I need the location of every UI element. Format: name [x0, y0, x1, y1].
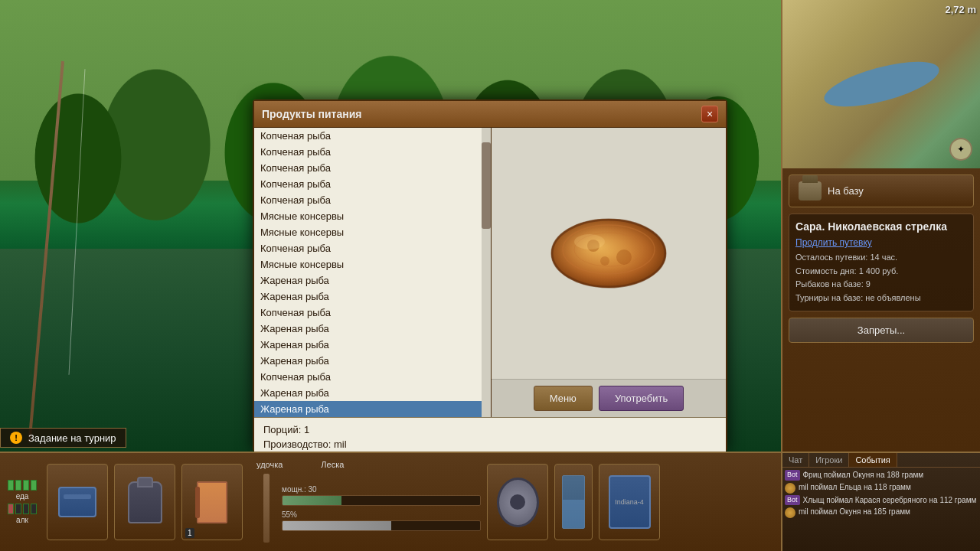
backpack-visual [128, 481, 162, 523]
list-item-6[interactable]: Мясные консервы [254, 224, 491, 240]
bottom-toolbar: еда алк 1 удочка [0, 452, 781, 551]
list-item-8[interactable]: Мясные консервы [254, 256, 491, 272]
chat-messages: Bot Фриц поймал Окуня на 188 грамм mil п… [782, 468, 980, 551]
list-item-1[interactable]: Копченая рыба [254, 144, 491, 160]
backpack-slot[interactable] [114, 464, 175, 540]
extend-permit-link[interactable]: Продлить путевку [795, 237, 967, 248]
mini-map[interactable]: ✦ 2,72 m [782, 0, 980, 168]
backpack-icon [124, 478, 166, 527]
fried-fish-svg [540, 200, 678, 307]
use-button[interactable]: Употребить [599, 386, 684, 411]
chat-tabs: Чат Игроки События [782, 453, 980, 468]
fishing-section-labels: удочка Леска [256, 460, 481, 469]
svg-point-7 [574, 234, 605, 249]
list-item-5[interactable]: Мясные консервы [254, 208, 491, 224]
map-river [820, 53, 943, 116]
menu-button[interactable]: Меню [534, 386, 593, 411]
chat-text-0: Фриц поймал Окуня на 188 грамм [803, 470, 924, 480]
lure-icon: Indiana-4 [609, 478, 651, 527]
chat-panel: Чат Игроки События Bot Фриц поймал Окуня… [781, 452, 980, 551]
power-label: мощн.: 30 [282, 485, 481, 494]
food-bar-3 [23, 480, 29, 491]
tab-players[interactable]: Игроки [809, 453, 849, 467]
list-item-7[interactable]: Копченая рыба [254, 240, 491, 256]
task-icon: ! [10, 432, 22, 444]
rod-label: удочка [256, 460, 283, 469]
line-fill [283, 521, 391, 530]
list-item-3[interactable]: Копченая рыба [254, 176, 491, 192]
location-info: Сара. Николаевская стрелка Продлить путе… [789, 214, 974, 311]
dialog-title-bar: Продукты питания × [254, 101, 726, 128]
list-item-13[interactable]: Жареная рыба [254, 337, 491, 353]
food-bar-2 [15, 480, 21, 491]
permit-info: Осталось путевки: 14 час. [795, 251, 967, 265]
percent-label: 55% [282, 510, 481, 519]
bot-badge-2: Bot [785, 495, 800, 506]
list-item-12[interactable]: Жареная рыба [254, 321, 491, 337]
item-list[interactable]: Копченая рыбаКопченая рыбаКопченая рыбаК… [254, 128, 491, 417]
svg-point-5 [616, 249, 632, 265]
list-item-14[interactable]: Жареная рыба [254, 353, 491, 369]
list-item-10[interactable]: Жареная рыба [254, 289, 491, 305]
tackle-box-slot[interactable] [47, 464, 108, 540]
right-panel-info: На базу Сара. Николаевская стрелка Продл… [782, 168, 980, 452]
chat-text-3: mil поймал Окуня на 185 грамм [799, 507, 910, 517]
food-label: еда [16, 492, 29, 500]
food-dialog: Продукты питания × Копченая рыбаКопченая… [253, 99, 727, 452]
power-progress [282, 495, 481, 506]
portions-info: Порций: 1 [263, 424, 717, 435]
list-item-11[interactable]: Копченая рыба [254, 305, 491, 321]
list-item-2[interactable]: Копченая рыба [254, 160, 491, 176]
lure-label: Indiana-4 [615, 498, 644, 506]
reel-icon [497, 478, 539, 527]
alc-bar-1 [8, 504, 14, 514]
rod-item [263, 474, 270, 543]
house-icon [799, 181, 822, 201]
chat-message-3: mil поймал Окуня на 185 грамм [785, 507, 978, 518]
list-item-16[interactable]: Жареная рыба [254, 385, 491, 401]
lure-slot[interactable]: Indiana-4 [599, 464, 660, 540]
dialog-close-button[interactable]: × [701, 106, 718, 122]
task-label: Задание на турнир [28, 432, 116, 444]
alc-label: алк [16, 516, 28, 524]
tab-events[interactable]: События [849, 453, 897, 467]
chat-message-0: Bot Фриц поймал Окуня на 188 грамм [785, 470, 978, 481]
location-title: Сара. Николаевская стрелка [795, 220, 967, 233]
anglers-base: Рыбаков на базе: 9 [795, 278, 967, 292]
task-banner[interactable]: ! Задание на турнир [0, 428, 126, 448]
power-section: мощн.: 30 55% [282, 485, 481, 531]
list-scrollbar[interactable] [482, 128, 491, 417]
chat-message-1: mil поймал Ельца на 118 грамм [785, 482, 978, 494]
tackle-box-visual [58, 487, 96, 517]
list-item-15[interactable]: Копченая рыба [254, 369, 491, 385]
food-image [540, 200, 678, 307]
prohibitions-button[interactable]: Запреты... [789, 318, 974, 343]
line-slot[interactable] [554, 464, 593, 540]
dialog-body: Копченая рыбаКопченая рыбаКопченая рыбаК… [254, 128, 726, 417]
chat-text-2: Хлыщ поймал Карася серебряного на 112 гр… [803, 495, 977, 505]
item-list-inner[interactable]: Копченая рыбаКопченая рыбаКопченая рыбаК… [254, 128, 491, 417]
list-scrollbar-thumb[interactable] [482, 142, 491, 229]
line-percent-fill [563, 500, 584, 528]
list-item-4[interactable]: Копченая рыба [254, 192, 491, 208]
alc-bars [8, 504, 37, 514]
preview-panel: Меню Употребить [492, 128, 726, 417]
prohibitions-label: Запреты... [858, 324, 905, 336]
reel-slot[interactable] [487, 464, 548, 540]
base-button[interactable]: На базу [789, 174, 974, 207]
notebook-slot[interactable]: 1 [181, 464, 243, 540]
notebook-visual [197, 481, 227, 523]
line-icon [553, 478, 595, 527]
list-item-9[interactable]: Жареная рыба [254, 272, 491, 289]
notebook-icon [191, 478, 234, 527]
food-bar-1 [8, 480, 14, 491]
list-item-17[interactable]: Жареная рыба [254, 401, 491, 417]
alc-bar-3 [23, 504, 29, 514]
list-item-0[interactable]: Копченая рыба [254, 128, 491, 144]
map-compass: ✦ [949, 138, 972, 161]
production-info: Производство: mil [263, 439, 717, 450]
food-actions: Меню Употребить [492, 379, 726, 417]
food-bars [8, 480, 37, 491]
tab-chat[interactable]: Чат [782, 453, 809, 467]
svg-point-6 [600, 256, 609, 266]
